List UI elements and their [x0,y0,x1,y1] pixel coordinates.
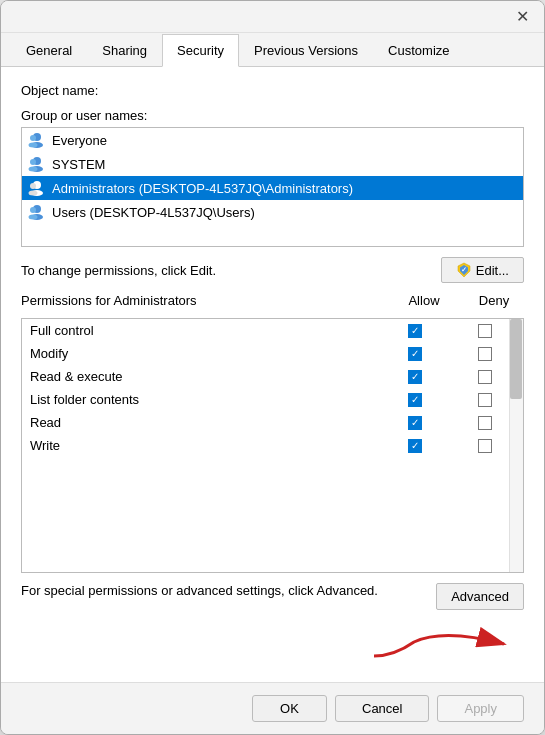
tab-security[interactable]: Security [162,34,239,67]
advanced-text: For special permissions or advanced sett… [21,583,426,598]
perm-item-modify: Modify ✓ [22,342,523,365]
close-button[interactable]: ✕ [508,3,536,31]
perm-name-list-folder: List folder contents [30,392,375,407]
apply-button[interactable]: Apply [437,695,524,722]
tab-customize[interactable]: Customize [373,34,464,67]
user-icon-administrators [28,179,46,197]
allow-checkbox-write[interactable]: ✓ [408,439,422,453]
perm-item-read: Read ✓ [22,411,523,434]
cancel-button[interactable]: Cancel [335,695,429,722]
deny-checkbox-write[interactable] [478,439,492,453]
perm-name-full-control: Full control [30,323,375,338]
deny-checkbox-full-control[interactable] [478,324,492,338]
perm-item-list-folder: List folder contents ✓ [22,388,523,411]
footer: OK Cancel Apply [1,682,544,734]
perm-allow-write[interactable]: ✓ [375,439,455,453]
svg-text:✓: ✓ [461,266,467,273]
content-area: Object name: Group or user names: Everyo… [1,67,544,682]
perm-deny-modify[interactable] [455,347,515,361]
tab-sharing[interactable]: Sharing [87,34,162,67]
advanced-row: For special permissions or advanced sett… [21,583,524,610]
deny-checkbox-read-execute[interactable] [478,370,492,384]
svg-point-3 [29,143,38,148]
permissions-list: Full control ✓ Modify ✓ Read & execute [21,318,524,573]
user-list[interactable]: Everyone SYSTEM [21,127,524,247]
svg-point-2 [30,135,36,141]
perm-name-modify: Modify [30,346,375,361]
permissions-title: Permissions for Administrators [21,293,384,308]
perm-deny-read-execute[interactable] [455,370,515,384]
edit-row: To change permissions, click Edit. ✓ Edi… [21,257,524,283]
perm-allow-list-folder[interactable]: ✓ [375,393,455,407]
deny-checkbox-modify[interactable] [478,347,492,361]
svg-point-14 [30,207,36,213]
svg-point-10 [30,183,36,189]
perm-allow-read[interactable]: ✓ [375,416,455,430]
red-arrow [364,622,524,666]
allow-column-header: Allow [384,293,464,308]
perm-name-write: Write [30,438,375,453]
perm-item-write: Write ✓ [22,434,523,457]
allow-checkbox-modify[interactable]: ✓ [408,347,422,361]
deny-column-header: Deny [464,293,524,308]
user-icon-users [28,203,46,221]
perm-deny-write[interactable] [455,439,515,453]
svg-point-7 [29,167,38,172]
svg-point-11 [29,191,38,196]
tab-bar: General Sharing Security Previous Versio… [1,33,544,67]
perm-name-read: Read [30,415,375,430]
allow-checkbox-full-control[interactable]: ✓ [408,324,422,338]
permissions-header: Permissions for Administrators Allow Den… [21,293,524,308]
object-name-label: Object name: [21,83,524,98]
user-item-administrators[interactable]: Administrators (DESKTOP-4L537JQ\Administ… [22,176,523,200]
title-bar: ✕ [1,1,544,33]
user-icon-system [28,155,46,173]
properties-dialog: ✕ General Sharing Security Previous Vers… [0,0,545,735]
perm-deny-list-folder[interactable] [455,393,515,407]
perm-allow-read-execute[interactable]: ✓ [375,370,455,384]
scrollbar-thumb [510,319,522,399]
svg-point-15 [29,215,38,220]
perm-name-read-execute: Read & execute [30,369,375,384]
permissions-scrollbar[interactable] [509,319,523,572]
user-label-users: Users (DESKTOP-4L537JQ\Users) [52,205,255,220]
perm-item-read-execute: Read & execute ✓ [22,365,523,388]
allow-checkbox-list-folder[interactable]: ✓ [408,393,422,407]
edit-button[interactable]: ✓ Edit... [441,257,524,283]
user-icon-everyone [28,131,46,149]
perm-deny-read[interactable] [455,416,515,430]
perm-deny-full-control[interactable] [455,324,515,338]
user-item-everyone[interactable]: Everyone [22,128,523,152]
user-item-system[interactable]: SYSTEM [22,152,523,176]
perm-item-full-control: Full control ✓ [22,319,523,342]
group-label: Group or user names: [21,108,524,123]
deny-checkbox-list-folder[interactable] [478,393,492,407]
tab-general[interactable]: General [11,34,87,67]
tab-previous-versions[interactable]: Previous Versions [239,34,373,67]
advanced-button[interactable]: Advanced [436,583,524,610]
svg-point-6 [30,159,36,165]
shield-edit-icon: ✓ [456,262,472,278]
user-label-system: SYSTEM [52,157,105,172]
edit-hint: To change permissions, click Edit. [21,263,216,278]
user-label-everyone: Everyone [52,133,107,148]
allow-checkbox-read-execute[interactable]: ✓ [408,370,422,384]
deny-checkbox-read[interactable] [478,416,492,430]
perm-allow-full-control[interactable]: ✓ [375,324,455,338]
allow-checkbox-read[interactable]: ✓ [408,416,422,430]
user-label-administrators: Administrators (DESKTOP-4L537JQ\Administ… [52,181,353,196]
arrow-container [21,622,524,666]
user-item-users[interactable]: Users (DESKTOP-4L537JQ\Users) [22,200,523,224]
perm-allow-modify[interactable]: ✓ [375,347,455,361]
ok-button[interactable]: OK [252,695,327,722]
